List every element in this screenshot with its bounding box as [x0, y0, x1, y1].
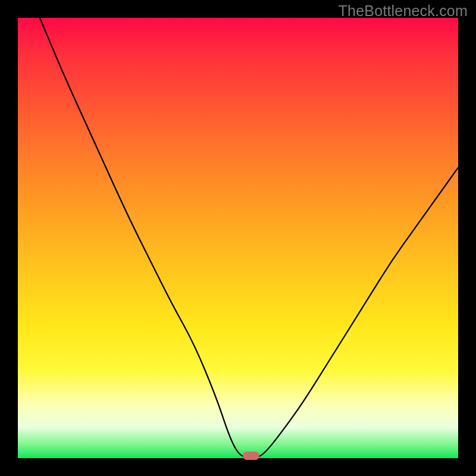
bottleneck-curve	[18, 18, 458, 458]
optimal-marker	[243, 452, 259, 460]
chart-container: TheBottleneck.com	[0, 0, 476, 476]
watermark-label: TheBottleneck.com	[339, 2, 468, 20]
plot-area	[18, 18, 458, 458]
